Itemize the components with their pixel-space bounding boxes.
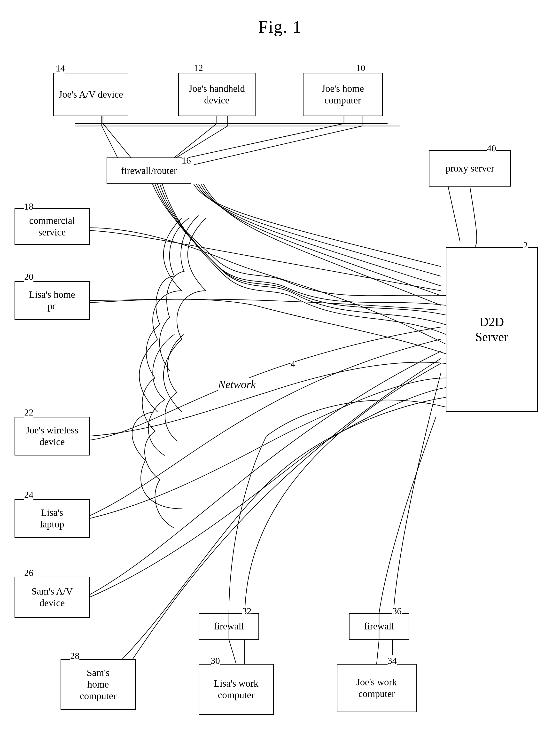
lisas-work-box: Lisa's workcomputer <box>199 664 274 715</box>
lisas-laptop-box: Lisa'slaptop <box>14 499 90 538</box>
sams-home-label: Sam'shomecomputer <box>80 667 116 702</box>
d2d-server-box: D2DServer <box>446 247 538 412</box>
joes-wireless-box: Joe's wirelessdevice <box>14 417 90 455</box>
joes-work-box: Joe's workcomputer <box>337 664 417 712</box>
d2d-server-id: 2 <box>523 240 528 251</box>
firewall-router-label: firewall/router <box>121 165 177 176</box>
svg-line-17 <box>174 124 217 158</box>
joes-av-device-box: Joe's A/V device <box>53 73 128 116</box>
joes-work-firewall-label: firewall <box>364 620 394 632</box>
svg-line-20 <box>229 640 236 664</box>
lisas-home-pc-id: 20 <box>24 271 33 282</box>
lisas-work-firewall-id: 32 <box>242 606 252 616</box>
commercial-service-id: 18 <box>24 201 33 212</box>
sams-home-box: Sam'shomecomputer <box>61 659 136 710</box>
svg-line-11 <box>448 187 460 242</box>
lisas-work-firewall-box: firewall <box>199 613 259 640</box>
commercial-service-box: commercialservice <box>14 208 90 245</box>
joes-wireless-label: Joe's wirelessdevice <box>26 424 78 448</box>
joes-handheld-id: 12 <box>194 63 203 73</box>
joes-handheld-box: Joe's handhelddevice <box>178 73 256 116</box>
joes-av-id: 14 <box>56 63 65 74</box>
lisas-work-label: Lisa's workcomputer <box>214 678 258 701</box>
lisas-home-pc-box: Lisa's homepc <box>14 281 90 320</box>
joes-work-firewall-box: firewall <box>349 613 409 640</box>
joes-work-firewall-id: 36 <box>392 606 402 616</box>
joes-handheld-label: Joe's handhelddevice <box>189 83 245 106</box>
sams-av-id: 26 <box>24 568 33 578</box>
joes-work-label: Joe's workcomputer <box>356 676 397 700</box>
svg-line-16 <box>103 124 131 158</box>
sams-av-label: Sam's A/Vdevice <box>32 586 73 609</box>
svg-line-22 <box>376 640 379 664</box>
svg-line-18 <box>189 124 344 158</box>
lisas-work-firewall-label: firewall <box>214 620 244 632</box>
joes-home-id: 10 <box>356 63 365 73</box>
joes-home-box: Joe's homecomputer <box>303 73 383 116</box>
proxy-server-id: 40 <box>487 143 496 154</box>
joes-home-label: Joe's homecomputer <box>322 83 364 106</box>
d2d-server-label: D2DServer <box>475 315 508 345</box>
lisas-laptop-label: Lisa'slaptop <box>40 507 64 530</box>
commercial-service-label: commercialservice <box>29 215 75 238</box>
lisas-work-id: 30 <box>211 655 220 666</box>
firewall-router-id: 16 <box>182 155 191 166</box>
page-title: Fig. 1 <box>0 7 560 37</box>
network-id: 4 <box>291 359 295 369</box>
joes-av-device-label: Joe's A/V device <box>59 89 123 100</box>
network-label: Network <box>218 378 256 391</box>
lisas-laptop-id: 24 <box>24 489 33 500</box>
sams-av-box: Sam's A/Vdevice <box>14 577 90 618</box>
sams-home-id: 28 <box>70 650 79 661</box>
proxy-server-box: proxy server <box>429 150 511 187</box>
svg-line-6 <box>194 126 362 165</box>
lisas-home-pc-label: Lisa's homepc <box>29 289 75 312</box>
firewall-router-box: firewall/router <box>106 158 191 184</box>
proxy-server-label: proxy server <box>446 163 494 174</box>
joes-wireless-id: 22 <box>24 407 33 418</box>
joes-work-id: 34 <box>388 655 397 666</box>
